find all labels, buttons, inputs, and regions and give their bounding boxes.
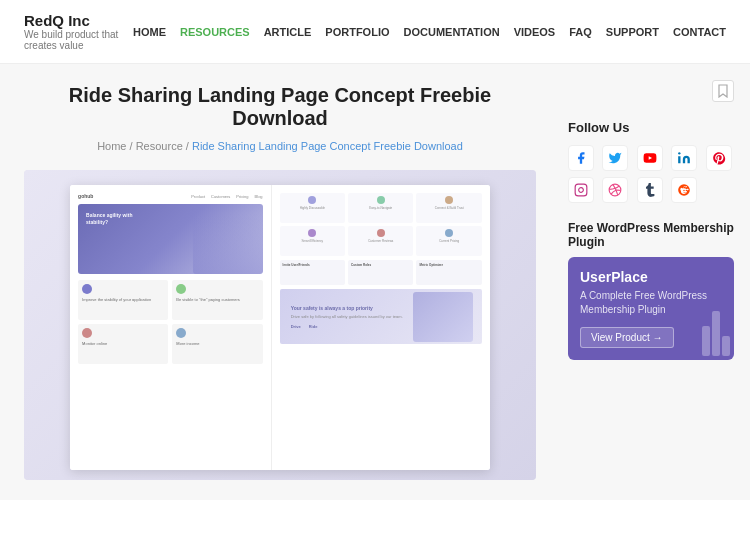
mockup-container: gohub Product Customers Pricing Blog Bal… xyxy=(24,170,536,480)
breadcrumb-home[interactable]: Home xyxy=(97,140,126,152)
plugin-subtitle: A Complete Free WordPress Membership Plu… xyxy=(580,289,722,317)
instagram-icon[interactable] xyxy=(568,177,594,203)
svg-rect-1 xyxy=(575,184,587,196)
tumblr-icon[interactable] xyxy=(637,177,663,203)
nav-resources[interactable]: RESOURCES xyxy=(180,26,250,38)
twitter-icon[interactable] xyxy=(602,145,628,171)
sidebar-bookmark xyxy=(568,80,734,102)
plugin-section: Free WordPress Membership Plugin UserPla… xyxy=(568,221,734,360)
mockup-bottom-section: Your safety is always a top priority Dri… xyxy=(280,289,482,344)
mockup-page: gohub Product Customers Pricing Blog Bal… xyxy=(70,185,490,470)
nav-article[interactable]: ARTICLE xyxy=(264,26,312,38)
facebook-icon[interactable] xyxy=(568,145,594,171)
bookmark-icon[interactable] xyxy=(712,80,734,102)
linkedin-icon[interactable] xyxy=(671,145,697,171)
mockup-grid: Improve the stability of your applicatio… xyxy=(78,280,263,364)
article-image: gohub Product Customers Pricing Blog Bal… xyxy=(24,170,536,480)
nav-home[interactable]: HOME xyxy=(133,26,166,38)
mockup-left: gohub Product Customers Pricing Blog Bal… xyxy=(70,185,272,470)
logo-block: RedQ Inc We build product that creates v… xyxy=(24,12,133,51)
nav-portfolio[interactable]: PORTFOLIO xyxy=(325,26,389,38)
mockup-right: Highly Discussable Easy-to-Navigate Conn… xyxy=(272,185,490,470)
nav-faq[interactable]: FAQ xyxy=(569,26,592,38)
follow-us-title: Follow Us xyxy=(568,120,734,135)
main-area: Ride Sharing Landing Page Concept Freebi… xyxy=(0,64,750,500)
breadcrumb-resource[interactable]: Resource xyxy=(136,140,183,152)
plugin-view-product-button[interactable]: View Product → xyxy=(580,327,674,348)
sidebar: Follow Us xyxy=(560,64,750,500)
plugin-illustration xyxy=(702,311,730,356)
content-area: Ride Sharing Landing Page Concept Freebi… xyxy=(0,64,560,500)
main-nav: HOME RESOURCES ARTICLE PORTFOLIO DOCUMEN… xyxy=(133,26,726,38)
logo-title: RedQ Inc xyxy=(24,12,133,29)
breadcrumb: Home / Resource / Ride Sharing Landing P… xyxy=(24,140,536,152)
reddit-icon[interactable] xyxy=(671,177,697,203)
svg-point-0 xyxy=(678,152,680,154)
mockup-features: Highly Discussable Easy-to-Navigate Conn… xyxy=(280,193,482,256)
nav-support[interactable]: SUPPORT xyxy=(606,26,659,38)
follow-us-section: Follow Us xyxy=(568,120,734,203)
nav-contact[interactable]: CONTACT xyxy=(673,26,726,38)
plugin-title: UserPlace xyxy=(580,269,722,285)
logo-tagline: We build product that creates value xyxy=(24,29,133,51)
header: RedQ Inc We build product that creates v… xyxy=(0,0,750,64)
nav-documentation[interactable]: DOCUMENTATION xyxy=(404,26,500,38)
youtube-icon[interactable] xyxy=(637,145,663,171)
dribbble-icon[interactable] xyxy=(602,177,628,203)
social-icons-grid xyxy=(568,145,734,203)
plugin-section-title: Free WordPress Membership Plugin xyxy=(568,221,734,249)
plugin-card: UserPlace A Complete Free WordPress Memb… xyxy=(568,257,734,360)
pinterest-icon[interactable] xyxy=(706,145,732,171)
page-title: Ride Sharing Landing Page Concept Freebi… xyxy=(24,84,536,130)
breadcrumb-current[interactable]: Ride Sharing Landing Page Concept Freebi… xyxy=(192,140,463,152)
nav-videos[interactable]: VIDEOS xyxy=(514,26,556,38)
mockup-hero: Balance agility withstability? xyxy=(78,204,263,274)
